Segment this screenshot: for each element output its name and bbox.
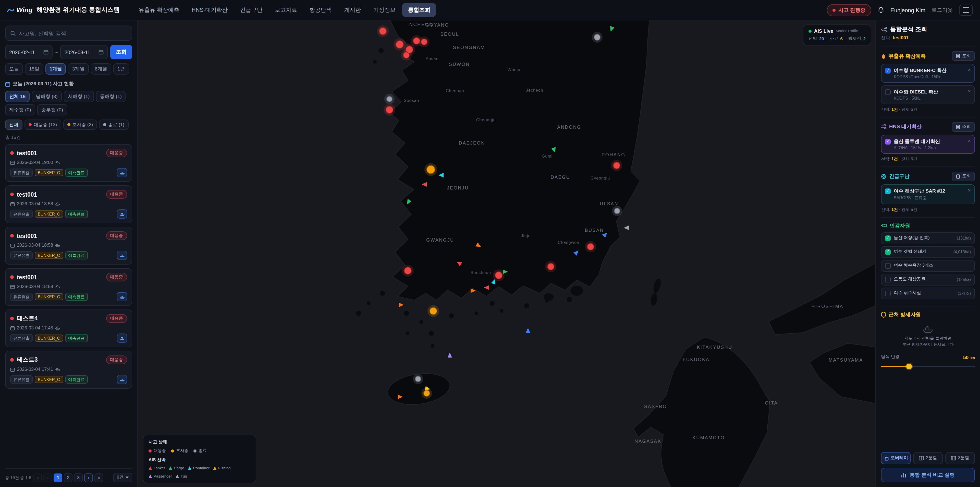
hns-scenario-item[interactable]: ✓ 울산 톨루엔 대기확산 ALOHA · 15L/s · 1.2km × <box>881 135 975 154</box>
range-today[interactable]: 오늘 <box>5 63 23 75</box>
ship-marker[interactable] <box>399 302 404 307</box>
region-filter-seohae[interactable]: 서해청 (1) <box>64 91 94 102</box>
incident-marker[interactable] <box>547 263 554 270</box>
incident-marker[interactable] <box>426 165 435 174</box>
incident-card[interactable]: test001 대응중 2026-03-04 18:58 유류유출 BUNKER… <box>5 227 132 265</box>
ship-marker[interactable] <box>573 249 580 256</box>
region-filter-namhae[interactable]: 남해청 (3) <box>32 91 62 102</box>
resource-item[interactable]: ✓ 여수 갯벌 생태계 (4,013ha) <box>881 246 975 258</box>
nav-air-search[interactable]: 항공탐색 <box>304 3 338 17</box>
map-canvas[interactable]: GOYANGSEOULINCHEONSEONGNAMAnsanSUWONWonj… <box>138 21 875 487</box>
incident-marker[interactable] <box>613 162 620 169</box>
next-page-button[interactable]: › <box>84 473 93 482</box>
ship-marker[interactable] <box>526 328 530 333</box>
date-from-field[interactable]: 2026-02-11 <box>5 45 52 59</box>
locate-on-map-button[interactable] <box>117 168 127 177</box>
range-1y[interactable]: 1년 <box>113 63 129 75</box>
incident-in-progress-badge[interactable]: 사고 진행중 <box>827 4 871 16</box>
resource-checkbox[interactable] <box>885 263 891 268</box>
resource-checkbox[interactable] <box>885 291 891 296</box>
locate-on-map-button[interactable] <box>117 375 127 384</box>
search-input[interactable] <box>19 30 127 36</box>
date-query-button[interactable]: 조회 <box>110 45 132 59</box>
ship-marker[interactable] <box>484 285 489 290</box>
nav-sar[interactable]: 긴급구난 <box>234 3 268 17</box>
date-to-field[interactable]: 2026-03-11 <box>60 45 108 59</box>
ship-marker[interactable] <box>624 225 628 230</box>
incident-card[interactable]: test001 대응중 2026-03-04 18:58 유류유출 BUNKER… <box>5 185 132 223</box>
oil-query-button[interactable]: 조회 <box>952 51 975 61</box>
incident-marker[interactable] <box>396 40 404 48</box>
range-1m[interactable]: 1개월 <box>45 63 66 75</box>
range-15d[interactable]: 15일 <box>25 63 43 75</box>
resource-item[interactable]: 오동도 해상공원 (125ha) <box>881 273 975 285</box>
incident-marker[interactable] <box>614 208 620 214</box>
ship-marker[interactable] <box>438 173 444 178</box>
locate-on-map-button[interactable] <box>117 251 127 260</box>
incident-marker[interactable] <box>386 96 392 102</box>
remove-scenario-icon[interactable]: × <box>968 188 971 193</box>
locate-on-map-button[interactable] <box>117 292 127 301</box>
region-filter-jungbu[interactable]: 중부청 (0) <box>37 104 67 115</box>
sar-query-button[interactable]: 조회 <box>952 171 975 181</box>
incident-marker[interactable] <box>594 34 600 41</box>
incident-marker[interactable] <box>430 307 438 315</box>
scenario-checkbox[interactable]: ✓ <box>885 68 891 73</box>
region-filter-jeju[interactable]: 제주청 (0) <box>5 104 35 115</box>
ship-marker[interactable] <box>475 243 482 249</box>
ship-marker[interactable] <box>422 182 426 187</box>
run-comparison-button[interactable]: 통합 분석 비교 실행 <box>881 468 975 482</box>
resource-checkbox[interactable]: ✓ <box>885 235 891 241</box>
sar-scenario-item[interactable]: ✓ 여수 해상구난 SAR #12 SAROPS · 표류중 × <box>881 184 975 204</box>
status-filter-all[interactable]: 전체 <box>5 120 22 130</box>
view-overlay-button[interactable]: 오버레이 <box>881 452 911 464</box>
first-page-button[interactable]: « <box>33 473 42 482</box>
locate-on-map-button[interactable] <box>117 209 127 219</box>
remove-scenario-icon[interactable]: × <box>968 67 971 72</box>
incident-marker[interactable] <box>424 390 430 397</box>
incident-marker[interactable] <box>403 51 410 58</box>
last-page-button[interactable]: » <box>94 473 103 482</box>
prev-page-button[interactable]: ‹ <box>43 473 52 482</box>
ship-marker[interactable] <box>602 231 609 238</box>
scenario-checkbox[interactable]: ✓ <box>885 188 891 194</box>
oil-scenario-item[interactable]: 여수항 DIESEL 확산 KODPS · 50kL × <box>881 85 975 104</box>
scenario-checkbox[interactable] <box>885 89 891 95</box>
incident-card[interactable]: test001 대응중 2026-03-04 19:00 유류유출 BUNKER… <box>5 144 132 182</box>
incident-card[interactable]: test001 대응중 2026-03-04 18:58 유류유출 BUNKER… <box>5 268 132 306</box>
ship-marker[interactable] <box>405 199 412 205</box>
status-filter-investigating[interactable]: 조사중 (2) <box>63 120 97 130</box>
incident-card[interactable]: 테스트4 대응중 2026-03-04 17:45 유류유출 BUNKER_C … <box>5 310 132 347</box>
oil-scenario-item[interactable]: ✓ 여수항 BUNKER-C 확산 KODPS+OpenDrift · 150k… <box>881 64 975 83</box>
scenario-checkbox[interactable]: ✓ <box>885 139 891 145</box>
incident-marker[interactable] <box>413 37 420 45</box>
hamburger-menu-icon[interactable] <box>959 4 973 16</box>
hns-query-button[interactable]: 조회 <box>952 122 975 132</box>
resource-item[interactable]: ✓ 돌산 어장(김·전복) (131ha) <box>881 232 975 244</box>
incident-marker[interactable] <box>379 27 387 35</box>
resource-checkbox[interactable]: ✓ <box>885 249 891 255</box>
locate-on-map-button[interactable] <box>117 334 127 343</box>
incident-card[interactable]: 테스트3 대응중 2026-03-04 17:41 유류유출 BUNKER_C … <box>5 351 132 389</box>
page-button-3[interactable]: 3 <box>74 473 83 482</box>
incident-marker[interactable] <box>421 38 427 45</box>
region-filter-donghae[interactable]: 동해청 (1) <box>96 91 126 102</box>
page-button-2[interactable]: 2 <box>64 473 73 482</box>
logout-button[interactable]: 로그아웃 <box>932 6 953 14</box>
resource-item[interactable]: 여수 취수시설 (3개소) <box>881 287 975 299</box>
ship-marker[interactable] <box>447 353 452 358</box>
nav-weather[interactable]: 기상정보 <box>368 3 401 17</box>
view-split3-button[interactable]: 3분할 <box>945 452 975 464</box>
radius-slider[interactable] <box>881 363 975 369</box>
incident-marker[interactable] <box>385 106 393 114</box>
ship-marker[interactable] <box>503 269 508 274</box>
slider-knob[interactable] <box>906 364 912 369</box>
page-size-select[interactable]: 6건 <box>113 473 132 482</box>
page-button-1[interactable]: 1 <box>54 473 62 482</box>
bell-icon[interactable] <box>877 6 884 14</box>
resource-item[interactable]: 여수 해수욕장 3개소 <box>881 260 975 271</box>
resource-checkbox[interactable] <box>885 276 891 282</box>
ship-marker[interactable] <box>398 394 403 399</box>
ship-marker[interactable] <box>608 26 614 32</box>
range-3m[interactable]: 3개월 <box>68 63 89 75</box>
